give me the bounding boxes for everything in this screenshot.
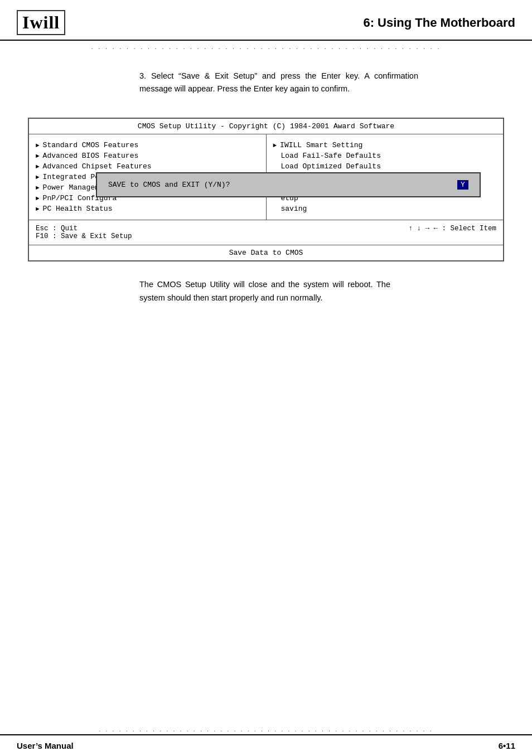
arrow-icon: ► (36, 195, 40, 202)
save-exit-dialog: SAVE to CMOS and EXIT (Y/N)? Y (96, 172, 481, 197)
main-content: 3. Select “Save & Exit Setup” and press … (0, 53, 532, 118)
cmos-key-hints: Esc : Quit F10 : Save & Exit Setup ↑ ↓ →… (29, 220, 503, 245)
cmos-key-left: Esc : Quit F10 : Save & Exit Setup (36, 225, 132, 240)
dialog-input-value: Y (457, 180, 468, 190)
footer-page-number: 6•11 (499, 741, 515, 750)
cmos-title: CMOS Setup Utility - Copyright (C) 1984-… (29, 119, 503, 134)
footer-dots: . . . . . . . . . . . . . . . . . . . . … (0, 726, 532, 733)
list-item: ► Standard CMOS Features (36, 140, 259, 151)
logo: Iwill (17, 10, 65, 35)
dialog-prompt: SAVE to CMOS and EXIT (Y/N)? (108, 181, 453, 189)
top-dots: . . . . . . . . . . . . . . . . . . . . … (0, 41, 532, 53)
step3-text: 3. Select “Save & Exit Setup” and press … (139, 70, 418, 95)
cmos-main-area: ► Standard CMOS Features ► Advanced BIOS… (29, 134, 503, 220)
chapter-title: 6: Using The Motherboard (363, 16, 515, 30)
list-item: ► Advanced Chipset Features (36, 161, 259, 172)
menu-label: Advanced BIOS Features (43, 152, 139, 160)
arrow-icon: ► (273, 142, 277, 149)
menu-label: Load Fail-Safe Defaults (273, 152, 381, 160)
arrow-icon: ► (36, 142, 40, 149)
menu-label: Advanced Chipset Features (43, 162, 152, 171)
footer-manual-label: User’s Manual (17, 741, 74, 750)
arrow-icon: ► (36, 206, 40, 212)
arrow-icon: ► (36, 153, 40, 159)
list-item: Load Optimized Defaults (273, 161, 497, 172)
cmos-esc-hint: Esc : Quit (36, 225, 132, 232)
cmos-status-bar: Save Data to CMOS (29, 245, 503, 260)
list-item: Load Fail-Safe Defaults (273, 151, 497, 161)
list-item: ► IWILL Smart Setting (273, 140, 497, 151)
page-footer: User’s Manual 6•11 (0, 734, 532, 756)
cmos-key-right: ↑ ↓ → ← : Select Item (408, 225, 496, 240)
list-item: ► PC Health Status (36, 203, 259, 214)
menu-label: PC Health Status (43, 205, 113, 213)
page-header: Iwill 6: Using The Motherboard (0, 0, 532, 41)
arrow-icon: ► (36, 174, 40, 181)
menu-label: saving (273, 205, 307, 213)
menu-label: Standard CMOS Features (43, 141, 139, 149)
arrow-icon: ► (36, 185, 40, 191)
menu-label: IWILL Smart Setting (280, 141, 362, 149)
list-item: ► Advanced BIOS Features (36, 151, 259, 161)
list-item: saving (273, 203, 497, 214)
menu-label: Load Optimized Defaults (273, 162, 381, 171)
cmos-screenshot: CMOS Setup Utility - Copyright (C) 1984-… (28, 118, 504, 261)
arrow-icon: ► (36, 163, 40, 170)
closing-text: The CMOS Setup Utility will close and th… (139, 278, 418, 304)
cmos-f10-hint: F10 : Save & Exit Setup (36, 232, 132, 240)
